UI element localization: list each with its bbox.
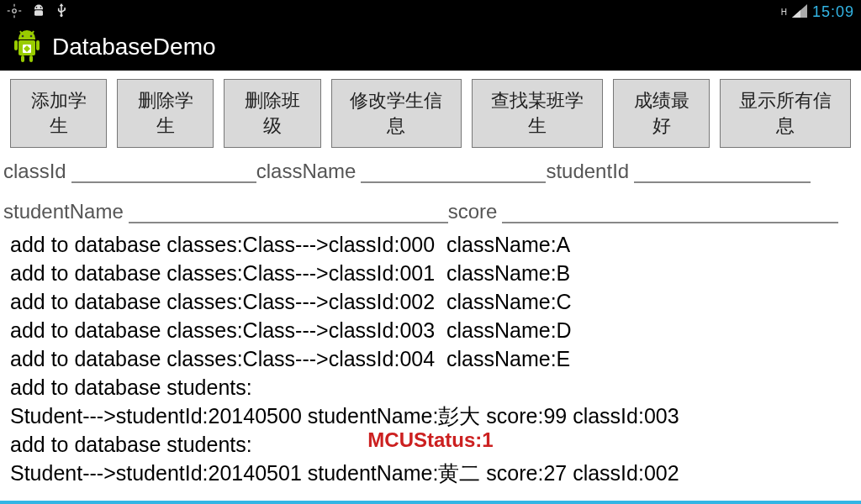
best-score-button[interactable]: 成绩最好 xyxy=(613,79,710,148)
edit-student-button[interactable]: 修改学生信息 xyxy=(331,79,462,148)
data-badge: H xyxy=(781,8,787,17)
bottom-highlight xyxy=(0,501,861,504)
gps-icon xyxy=(7,3,22,20)
svg-rect-15 xyxy=(21,55,24,62)
action-button-row: 添加学生 删除学生 删除班级 修改学生信息 查找某班学生 成绩最好 显示所有信息 xyxy=(0,71,861,153)
status-bar: H 15:09 xyxy=(0,0,861,24)
score-input[interactable] xyxy=(502,200,838,223)
add-student-button[interactable]: 添加学生 xyxy=(10,79,107,148)
classname-input[interactable] xyxy=(361,160,546,183)
usb-icon xyxy=(55,3,67,20)
title-bar: DatabaseDemo xyxy=(0,24,861,71)
android-robot-icon xyxy=(12,30,42,64)
clock: 15:09 xyxy=(812,3,854,21)
svg-rect-13 xyxy=(14,40,18,50)
app-title: DatabaseDemo xyxy=(52,34,216,60)
svg-rect-14 xyxy=(36,40,40,50)
studentid-input[interactable] xyxy=(634,160,811,183)
debug-android-icon xyxy=(30,4,47,19)
form-row-1: classId className studentId xyxy=(0,153,861,186)
classid-label: classId xyxy=(3,160,66,183)
svg-point-11 xyxy=(30,35,33,38)
classname-label: className xyxy=(256,160,357,183)
delete-student-button[interactable]: 删除学生 xyxy=(117,79,214,148)
svg-point-6 xyxy=(36,7,38,8)
delete-class-button[interactable]: 删除班级 xyxy=(224,79,320,148)
studentname-label: studentName xyxy=(3,200,124,223)
svg-point-10 xyxy=(22,35,24,38)
log-output[interactable]: add to database classes:Class--->classId… xyxy=(0,227,861,487)
studentid-label: studentId xyxy=(546,160,629,183)
svg-point-0 xyxy=(13,9,17,13)
studentname-input[interactable] xyxy=(129,200,448,223)
svg-rect-5 xyxy=(34,10,43,16)
classid-input[interactable] xyxy=(71,160,256,183)
score-label: score xyxy=(448,200,498,223)
show-all-button[interactable]: 显示所有信息 xyxy=(720,79,851,148)
svg-rect-16 xyxy=(29,55,33,62)
find-class-students-button[interactable]: 查找某班学生 xyxy=(472,79,603,148)
signal-icon xyxy=(792,4,807,19)
svg-point-7 xyxy=(40,7,42,8)
form-row-2: studentName score xyxy=(0,186,861,227)
